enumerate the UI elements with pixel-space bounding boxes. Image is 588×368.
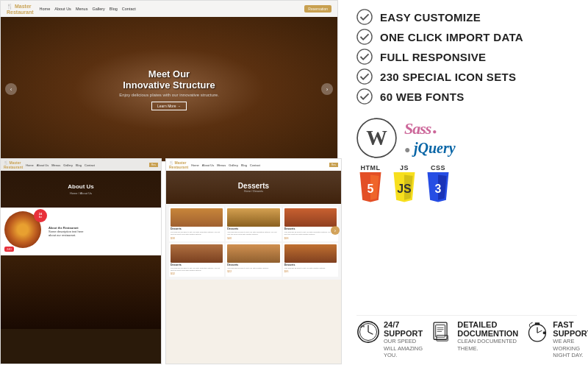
bottom-strip: 24 24/7 SUPPORT OUR SPEED WILL AMAZING Y… — [356, 315, 577, 359]
mock-pizza-img: 24hr 240 — [4, 211, 45, 252]
feature-text-1: EASY CUSTOMIZE — [380, 11, 481, 24]
mock-next-arrow: › — [321, 83, 333, 95]
menu-desc-4: The puff will be able to eat you with un… — [171, 267, 223, 272]
mock-about-desc: About the Restaurant Some description te… — [49, 226, 84, 237]
feature-easy-customize: EASY CUSTOMIZE — [356, 9, 577, 25]
mock-hero-sub: Enjoy delicious plates with our innovati… — [119, 93, 219, 97]
mock-hero-title2: Innovative Structure — [119, 79, 219, 91]
mock-about-breadcrumb: Home / About Us — [70, 191, 92, 195]
menu-desc-3: The puff will be able to eat you with un… — [284, 231, 337, 236]
svg-text:24: 24 — [360, 324, 365, 328]
jquery-logo: jQuery — [414, 140, 456, 156]
sass-label-row: Sass ● — [404, 119, 456, 138]
mock-hero-text: Meet Our Innovative Structure Enjoy deli… — [119, 68, 219, 110]
mock-hero: ‹ Meet Our Innovative Structure Enjoy de… — [1, 17, 337, 161]
mock-pizza-badge: 24hr — [34, 209, 47, 222]
mock-about-reservation: Res — [149, 163, 158, 167]
docs-feature: DETAILED DOCUMENTION CLEAN DOCUMENTED TH… — [430, 320, 518, 353]
svg-text:JS: JS — [397, 183, 411, 195]
menu-desc-5: The puff will be able to eat you with li… — [227, 267, 279, 269]
html5-badge-container: HTML 5 — [356, 164, 384, 203]
feature-responsive: FULL RESPONSIVE — [356, 49, 577, 65]
menu-desc-1: The puff will be able to eat you with un… — [171, 231, 223, 236]
menu-name-1: Desserts — [171, 227, 223, 230]
feature-web-fonts: 60 WEB FONTS — [356, 88, 577, 105]
css3-badge: 3 — [424, 172, 452, 203]
mock-desserts-arrow: › — [331, 226, 340, 235]
fast-icon — [526, 320, 549, 344]
menu-img-3 — [284, 208, 337, 227]
html5-badge: 5 — [356, 172, 384, 203]
bottom-right-screenshot: 🍴 MasterRestaurant HomeAbout UsMenusGall… — [165, 158, 342, 364]
sass-logo: Sass — [404, 119, 431, 138]
mock-desserts-breadcrumb: Home / Desserts — [244, 190, 263, 193]
svg-rect-29 — [535, 322, 539, 325]
support-feature: 24 24/7 SUPPORT OUR SPEED WILL AMAZING Y… — [356, 320, 423, 359]
feature-text-5: 60 WEB FONTS — [380, 91, 464, 103]
fast-title: FAST SUPPORT — [553, 320, 588, 338]
menu-img-4 — [171, 244, 223, 263]
svg-text:5: 5 — [368, 183, 374, 195]
fast-feature: FAST SUPPORT WE ARE WORKING NIGHT DAY. — [526, 320, 588, 359]
mock-hero-title: Meet Our — [119, 68, 219, 79]
docs-subtitle: CLEAN DOCUMENTED THEME. — [457, 338, 518, 353]
mock-about-nav-links: HomeAbout UsMenusGalleryBlogContact — [26, 163, 95, 167]
svg-point-4 — [357, 89, 372, 104]
menu-price-2: $40 — [227, 237, 279, 240]
menu-name-4: Desserts — [171, 263, 223, 266]
mock-pizza-section: 24hr 240 About the Restaurant Some descr… — [1, 208, 161, 255]
menu-item-5: Desserts The puff will be able to eat yo… — [226, 243, 281, 277]
mock-nav-links: HomeAbout UsMenusGalleryBlogContact — [40, 7, 136, 11]
menu-name-2: Desserts — [227, 227, 279, 230]
menu-item-4: Desserts The puff will be able to eat yo… — [169, 243, 224, 277]
support-title: 24/7 SUPPORT — [384, 320, 423, 338]
menu-item-2: Desserts The puff will be able to eat yo… — [226, 207, 281, 241]
menu-img-1 — [171, 208, 223, 227]
mock-reservation-btn: Reservation — [304, 5, 331, 13]
tech-section: W Sass ● ● jQuery — [356, 118, 577, 158]
docs-icon — [430, 320, 453, 344]
check-icon-3 — [356, 49, 373, 65]
svg-point-2 — [357, 49, 372, 64]
wordpress-logo: W — [356, 118, 397, 158]
html-label: HTML — [361, 164, 381, 171]
mock-learn-more: Learn More → — [151, 102, 187, 110]
menu-img-6 — [284, 244, 337, 263]
menu-price-5: $22 — [227, 270, 279, 273]
js-badge: JS — [390, 172, 418, 203]
menu-price-4: $32 — [171, 272, 223, 275]
js-label: JS — [400, 164, 409, 171]
mock-desserts-logo: 🍴 MasterRestaurant — [169, 160, 188, 169]
mock-about-logo: 🍴 MasterRestaurant — [4, 160, 23, 169]
svg-point-32 — [543, 331, 546, 334]
mock-navbar: 🍴 MasterRestaurant HomeAbout UsMenusGall… — [1, 1, 337, 17]
docs-title: DETAILED DOCUMENTION — [457, 320, 518, 338]
svg-text:3: 3 — [435, 183, 442, 195]
tech-badges: HTML 5 JS JS CSS — [356, 164, 577, 203]
mock-logo: 🍴 MasterRestaurant — [7, 4, 34, 15]
css3-badge-container: CSS 3 — [424, 164, 452, 203]
jquery-label-row: ● jQuery — [404, 140, 456, 157]
sass-jquery-section: Sass ● ● jQuery — [404, 119, 456, 157]
menu-desc-2: The puff will be able to eat you with un… — [227, 231, 279, 236]
main-container: 🍴 MasterRestaurant HomeAbout UsMenusGall… — [0, 0, 588, 368]
feature-one-click: ONE CLICK IMPORT DATA — [356, 29, 577, 45]
mock-desserts-hero: Desserts Home / Desserts — [166, 171, 341, 204]
menu-item-6: Desserts The puff will be able to eat yo… — [283, 243, 338, 277]
menu-name-5: Desserts — [227, 263, 279, 266]
check-icon-4 — [356, 68, 373, 85]
feature-text-3: FULL RESPONSIVE — [380, 51, 486, 63]
mock-about-title: About Us — [68, 183, 94, 190]
svg-rect-27 — [437, 335, 448, 341]
menu-img-5 — [227, 244, 279, 263]
sass-dot: ● — [432, 127, 437, 135]
menu-price-1: $30 — [171, 237, 223, 240]
bottom-left-screenshot: 🍴 MasterRestaurant HomeAbout UsMenusGall… — [0, 158, 162, 364]
svg-line-31 — [537, 330, 542, 333]
menu-item-1: Desserts The puff will be able to eat yo… — [169, 207, 224, 241]
right-panel: EASY CUSTOMIZE ONE CLICK IMPORT DATA FUL… — [345, 0, 588, 368]
check-icon-1 — [356, 9, 373, 25]
feature-text-2: ONE CLICK IMPORT DATA — [380, 31, 523, 43]
jquery-prefix: ● — [404, 144, 410, 155]
menu-name-6: Desserts — [284, 263, 337, 266]
